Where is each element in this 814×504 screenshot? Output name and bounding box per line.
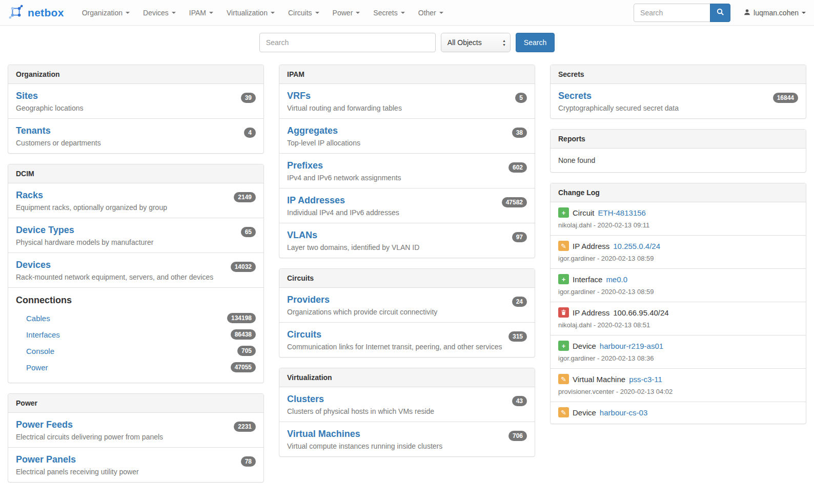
count-badge: 5 [515, 93, 527, 103]
chevron-down-icon [126, 12, 130, 14]
count-badge: 97 [512, 232, 527, 242]
list-item-vrfs: 5 VRFs Virtual routing and forwarding ta… [279, 84, 535, 118]
user-menu[interactable]: luqman.cohen [744, 9, 806, 17]
item-description: Communication links for Internet transit… [287, 343, 527, 351]
changelog-entry: ✎ Device harbour-cs-03 [551, 402, 806, 424]
nav-devices[interactable]: Devices [136, 1, 182, 25]
panel-change-log: Change Log + Circuit ETH-4813156 nikolaj… [550, 183, 806, 424]
count-badge: 4 [244, 128, 256, 138]
object-type: Virtual Machine [573, 375, 625, 384]
count-badge: 47055 [231, 362, 256, 372]
reports-empty-message: None found [551, 149, 806, 172]
nav-ipam[interactable]: IPAM [182, 1, 220, 25]
panel-ipam: IPAM 5 VRFs Virtual routing and forwardi… [279, 65, 535, 258]
list-item-aggregates: 38 Aggregates Top-level IP allocations [279, 118, 535, 153]
secrets-link[interactable]: Secrets [558, 91, 592, 101]
panel-heading: Reports [551, 130, 806, 149]
device-types-link[interactable]: Device Types [16, 225, 74, 236]
list-item-console: Console 705 [16, 343, 256, 359]
sites-link[interactable]: Sites [16, 91, 38, 101]
chevron-down-icon [439, 12, 443, 14]
panel-reports: Reports None found [550, 129, 806, 173]
count-badge: 16844 [773, 93, 798, 103]
create-icon: + [558, 341, 569, 351]
power-feeds-link[interactable]: Power Feeds [16, 419, 73, 430]
list-item-racks: 2149 Racks Equipment racks, optionally o… [8, 183, 263, 218]
entry-meta: igor.gardiner - 2020-02-13 08:59 [558, 255, 798, 262]
panel-secrets: Secrets 16844 Secrets Cryptographically … [550, 65, 806, 119]
aggregates-link[interactable]: Aggregates [287, 125, 338, 136]
tenants-link[interactable]: Tenants [16, 125, 51, 136]
list-item-vlans: 97 VLANs Layer two domains, identified b… [279, 223, 535, 258]
pencil-icon: ✎ [558, 374, 569, 384]
object-type: IP Address [573, 242, 609, 250]
console-link[interactable]: Console [26, 347, 54, 355]
entry-meta: provisioner.vcenter - 2020-02-13 04:02 [558, 388, 798, 395]
chevron-down-icon [209, 12, 213, 14]
clusters-link[interactable]: Clusters [287, 394, 324, 405]
user-icon [744, 9, 750, 17]
list-item-prefixes: 602 Prefixes IPv4 and IPv6 network assig… [279, 153, 535, 188]
list-item-device-types: 65 Device Types Physical hardware models… [8, 218, 263, 253]
prefixes-link[interactable]: Prefixes [287, 160, 323, 171]
nav-other[interactable]: Other [412, 1, 450, 25]
power-panels-link[interactable]: Power Panels [16, 454, 76, 465]
count-badge: 14032 [231, 262, 256, 272]
object-link[interactable]: me0.0 [606, 275, 627, 284]
item-description: Clusters of physical hosts in which VMs … [287, 407, 527, 415]
panel-power: Power 2231 Power Feeds Electrical circui… [8, 393, 264, 482]
object-link[interactable]: ETH-4813156 [598, 208, 646, 217]
object-link[interactable]: harbour-cs-03 [600, 408, 647, 417]
vlans-link[interactable]: VLANs [287, 230, 317, 241]
item-description: Individual IPv4 and IPv6 addresses [287, 208, 527, 217]
chevron-down-icon [401, 12, 405, 14]
devices-link[interactable]: Devices [16, 260, 51, 270]
count-badge: 47582 [502, 197, 527, 207]
interfaces-link[interactable]: Interfaces [26, 330, 60, 339]
ip-addresses-link[interactable]: IP Addresses [287, 195, 345, 206]
item-description: Physical hardware models by manufacturer [16, 238, 256, 246]
item-description: Geographic locations [16, 104, 256, 112]
quick-search-input[interactable] [259, 33, 436, 52]
circuits-link[interactable]: Circuits [287, 329, 321, 340]
racks-link[interactable]: Racks [16, 190, 43, 201]
navbar-search-button[interactable] [710, 4, 730, 22]
navbar-search-input[interactable] [634, 4, 710, 22]
list-item-power: Power 47055 [16, 359, 256, 375]
item-description: Top-level IP allocations [287, 139, 527, 147]
item-description: Cryptographically secured secret data [558, 104, 798, 112]
chevron-down-icon [172, 12, 176, 14]
power-connections-link[interactable]: Power [26, 363, 48, 372]
object-type: IP Address [573, 308, 609, 317]
search-scope-select[interactable]: All Objects ▲▼ [441, 33, 511, 52]
object-link[interactable]: harbour-r219-as01 [600, 342, 663, 350]
nav-organization[interactable]: Organization [75, 1, 136, 25]
pencil-icon: ✎ [558, 241, 569, 251]
panel-organization: Organization 39 Sites Geographic locatio… [8, 65, 264, 154]
nav-circuits[interactable]: Circuits [281, 1, 326, 25]
item-description: Virtual routing and forwarding tables [287, 104, 527, 112]
count-badge: 86438 [231, 329, 256, 340]
nav-power[interactable]: Power [326, 1, 367, 25]
changelog-entry: ✎ IP Address 10.255.0.4/24 igor.gardiner… [551, 235, 806, 268]
entry-meta: igor.gardiner - 2020-02-13 08:36 [558, 354, 798, 362]
vrfs-link[interactable]: VRFs [287, 91, 311, 101]
item-description: Electrical circuits delivering power fro… [16, 433, 256, 441]
search-scope-value: All Objects [447, 38, 482, 47]
nav-virtualization[interactable]: Virtualization [220, 1, 281, 25]
cables-link[interactable]: Cables [26, 314, 50, 323]
list-item-circuits: 315 Circuits Communication links for Int… [279, 322, 535, 357]
list-item-power-feeds: 2231 Power Feeds Electrical circuits del… [8, 413, 263, 447]
object-link[interactable]: 10.255.0.4/24 [613, 242, 660, 250]
object-type: Circuit [573, 208, 595, 217]
dashboard: Organization 39 Sites Geographic locatio… [0, 64, 814, 482]
netbox-logo[interactable]: netbox [8, 4, 64, 21]
trash-icon [558, 307, 569, 318]
quick-search-button[interactable]: Search [516, 33, 555, 52]
providers-link[interactable]: Providers [287, 295, 330, 305]
list-item-devices: 14032 Devices Rack-mounted network equip… [8, 253, 263, 287]
nav-secrets[interactable]: Secrets [367, 1, 411, 25]
object-type: Interface [573, 275, 602, 284]
virtual-machines-link[interactable]: Virtual Machines [287, 429, 360, 439]
object-link[interactable]: pss-c3-11 [629, 375, 662, 384]
